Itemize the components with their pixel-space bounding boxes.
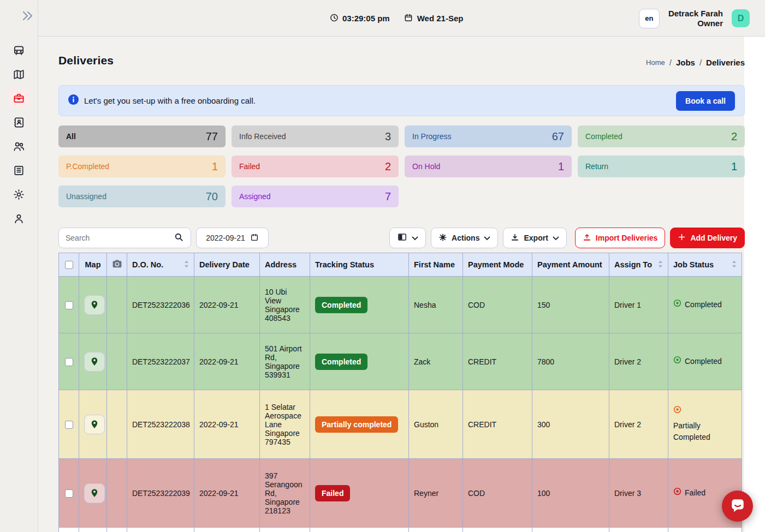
double-chevron-right-icon <box>22 10 34 23</box>
row-checkbox[interactable] <box>65 421 73 429</box>
payment-mode-cell: CREDIT <box>463 333 532 390</box>
payment-mode-cell: CREDIT <box>463 390 532 459</box>
user-name: Detrack Farah <box>668 9 723 18</box>
briefcase-icon <box>13 92 25 105</box>
map-pin-button[interactable] <box>84 483 105 503</box>
onboarding-banner: Let's get you set-up with a free onboard… <box>58 85 745 116</box>
actions-button[interactable]: Actions <box>431 228 498 248</box>
sidebar-item-map[interactable] <box>9 64 29 84</box>
status-card-assigned[interactable]: Assigned 7 <box>232 186 399 207</box>
sidebar-item-account[interactable] <box>9 208 29 228</box>
sidebar-item-jobs[interactable] <box>9 88 29 108</box>
status-card-failed[interactable]: Failed 2 <box>232 156 399 177</box>
current-date: Wed 21-Sep <box>417 14 464 23</box>
job-status-cell: Partially Completed <box>673 405 737 443</box>
assign-to-cell: Driver 3 <box>609 459 668 528</box>
upload-icon <box>583 233 591 243</box>
photo-cell <box>107 277 127 333</box>
tracking-status-badge: Completed <box>315 297 367 313</box>
import-deliveries-button[interactable]: Import Deliveries <box>575 228 666 248</box>
column-header-photo <box>107 253 127 277</box>
breadcrumb: Home / Jobs / Deliveries <box>646 58 745 67</box>
right-gutter <box>744 37 765 532</box>
clock-date-group: 03:29:05 pm Wed 21-Sep <box>329 0 463 37</box>
job-status-cell: Completed <box>673 356 737 367</box>
card-count: 70 <box>206 190 218 203</box>
search-input[interactable] <box>66 234 174 242</box>
content: Deliveries Home / Jobs / Deliveries Let'… <box>38 37 765 532</box>
table-toolbar: 2022-09-21 Actions Export <box>58 228 745 248</box>
breadcrumb-jobs[interactable]: Jobs <box>676 58 695 67</box>
language-button[interactable]: en <box>639 9 660 28</box>
sidebar-expand-button[interactable] <box>20 9 36 25</box>
status-card-return[interactable]: Return 1 <box>578 156 745 177</box>
sidebar-item-team[interactable] <box>9 136 29 156</box>
chevron-down-icon <box>412 234 418 242</box>
add-label: Add Delivery <box>690 234 737 242</box>
sidebar-item-settings[interactable] <box>9 184 29 204</box>
date-filter[interactable]: 2022-09-21 <box>196 228 269 248</box>
assign-to-cell: Driver 1 <box>609 277 668 333</box>
assign-to-cell: Driver 2 <box>609 333 668 390</box>
status-card-unassigned[interactable]: Unassigned 70 <box>58 186 226 207</box>
column-header-do-no[interactable]: D.O. No. <box>127 253 194 277</box>
status-cards: All 77 Info Received 3 In Progress 67 Co… <box>58 125 745 207</box>
topbar: 03:29:05 pm Wed 21-Sep en Detrack Farah … <box>38 0 765 37</box>
payment-amount-cell: 100 <box>532 459 609 528</box>
sidebar <box>0 0 38 532</box>
card-count: 77 <box>206 130 218 143</box>
assign-to-cell: Driver 2 <box>609 390 668 459</box>
add-delivery-button[interactable]: Add Delivery <box>670 228 745 248</box>
book-a-call-button[interactable]: Book a call <box>676 91 735 111</box>
row-checkbox[interactable] <box>65 301 73 309</box>
current-time: 03:29:05 pm <box>342 14 390 23</box>
plus-icon <box>678 233 686 243</box>
delivery-date-cell: 2022-09-21 <box>194 459 260 528</box>
row-checkbox[interactable] <box>65 358 73 366</box>
map-pin-button[interactable] <box>84 352 105 372</box>
status-card-on-hold[interactable]: On Hold 1 <box>405 156 572 177</box>
address-cell: 501 Airport Rd, Singapore 539931 <box>260 333 310 390</box>
chat-launcher-button[interactable] <box>722 491 753 522</box>
report-icon <box>13 164 25 177</box>
column-visibility-button[interactable] <box>389 228 426 248</box>
breadcrumb-current: Deliveries <box>706 58 745 67</box>
map-pin-button[interactable] <box>84 295 105 315</box>
column-header-assign-to[interactable]: Assign To <box>609 253 668 277</box>
user-block: Detrack Farah Owner <box>668 9 723 28</box>
card-label: Return <box>585 162 608 171</box>
export-button[interactable]: Export <box>503 228 566 248</box>
map-pin-icon <box>90 418 99 431</box>
card-label: All <box>66 132 76 141</box>
first-name-cell: Zack <box>409 333 463 390</box>
status-card-all[interactable]: All 77 <box>58 125 226 147</box>
first-name-cell: Guston <box>409 390 463 459</box>
vehicle-icon <box>13 44 25 57</box>
sidebar-item-vehicles[interactable] <box>9 40 29 60</box>
table-row-partial <box>59 528 742 532</box>
status-card-completed[interactable]: Completed 2 <box>578 125 745 147</box>
column-header-first-name: First Name <box>409 253 463 277</box>
calendar-icon <box>404 13 413 24</box>
status-dot-icon <box>673 487 681 499</box>
do-no-cell: DET2523222036 <box>127 277 194 333</box>
status-card-info-received[interactable]: Info Received 3 <box>232 125 399 147</box>
map-pin-icon <box>90 487 99 499</box>
breadcrumb-home[interactable]: Home <box>646 58 665 67</box>
map-pin-button[interactable] <box>84 415 105 434</box>
status-dot-icon <box>673 299 681 310</box>
status-card-p-completed[interactable]: P.Completed 1 <box>58 156 226 177</box>
status-card-in-progress[interactable]: In Progress 67 <box>405 125 572 147</box>
sidebar-item-address-book[interactable] <box>9 112 29 132</box>
row-checkbox[interactable] <box>65 489 73 498</box>
column-header-job-status[interactable]: Job Status <box>668 253 742 277</box>
search-icon[interactable] <box>174 232 184 244</box>
sidebar-item-reports[interactable] <box>9 160 29 180</box>
payment-amount-cell: 150 <box>532 277 609 333</box>
avatar[interactable]: D <box>732 9 750 27</box>
payment-mode-cell: COD <box>463 459 532 528</box>
address-book-icon <box>13 116 25 129</box>
chevron-down-icon <box>553 234 559 242</box>
first-name-cell: Reyner <box>409 459 463 528</box>
select-all-checkbox[interactable] <box>65 261 73 269</box>
